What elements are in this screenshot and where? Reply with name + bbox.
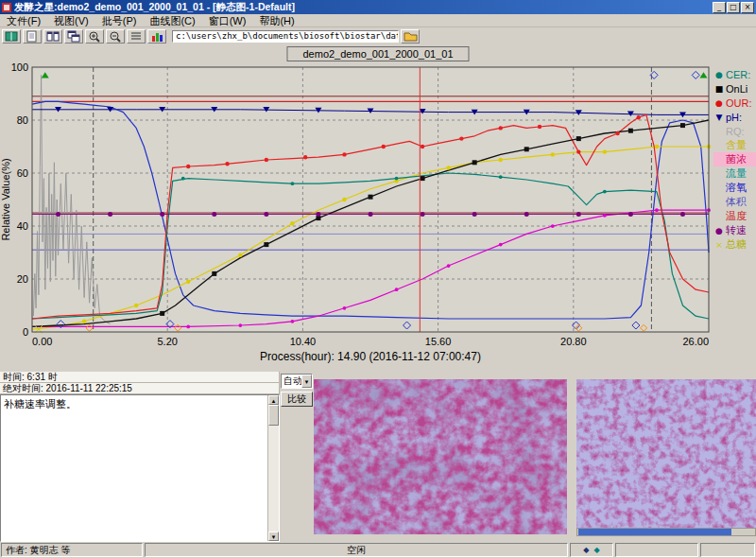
note-list[interactable]: 补糖速率调整。 ▲ ▼ (0, 394, 280, 542)
legend-marker-icon: × (714, 240, 724, 250)
chart-legend: ●CER:■OnLi●OUR:▼pH:RQ:含量菌浓流量溶氧体积温度●转速×总糖 (713, 67, 756, 252)
note-vscroll-thumb[interactable] (268, 405, 279, 426)
zoom-out-button[interactable] (106, 29, 125, 44)
menu-item-5[interactable]: 帮助(H) (252, 14, 301, 27)
note-vscrollbar[interactable]: ▲ ▼ (267, 395, 279, 541)
legend-label: OUR: (726, 97, 752, 109)
zoom-in-button[interactable] (85, 29, 104, 44)
legend-item-1[interactable]: ■OnLi (713, 81, 756, 96)
legend-label: 菌浓 (726, 152, 747, 166)
close-button[interactable]: × (741, 2, 754, 13)
legend-label: pH: (726, 112, 742, 123)
legend-label: 含量 (726, 138, 747, 152)
chart-button[interactable] (147, 29, 166, 44)
status-diamond-icon: ◆ (594, 547, 600, 554)
folder-open-icon (404, 30, 418, 42)
tile-windows-icon (46, 30, 60, 43)
svg-text:60: 60 (17, 167, 28, 179)
list-button[interactable] (127, 29, 146, 44)
menu-item-3[interactable]: 曲线图(C) (143, 14, 201, 27)
svg-text:Process(hour): 14.90 (2016-11-: Process(hour): 14.90 (2016-11-12 07:00:4… (260, 350, 481, 363)
legend-item-5[interactable]: 含量 (713, 138, 756, 152)
svg-text:15.60: 15.60 (425, 336, 452, 347)
legend-item-2[interactable]: ●OUR: (713, 96, 756, 110)
status-bar: 作者: 黄明志 等 空闲 ◆◆ (0, 542, 756, 558)
legend-marker-icon: ■ (714, 84, 724, 94)
microscope-image-1 (314, 379, 567, 534)
legend-item-10[interactable]: 温度 (713, 209, 756, 223)
svg-text:40: 40 (17, 220, 28, 232)
microscope-image-2 (576, 379, 756, 528)
legend-marker-icon: ● (714, 98, 724, 108)
app-icon[interactable] (2, 3, 11, 12)
cascade-windows-button[interactable] (64, 29, 83, 44)
book-button[interactable] (2, 29, 21, 44)
chart-icon (150, 30, 163, 43)
minimize-button[interactable]: _ (713, 2, 726, 13)
legend-item-7[interactable]: 流量 (713, 166, 756, 181)
svg-text:100: 100 (11, 63, 28, 73)
legend-label: CER: (726, 69, 750, 80)
svg-text:5.20: 5.20 (157, 336, 177, 347)
svg-text:26.00: 26.00 (682, 336, 709, 347)
legend-item-11[interactable]: ●转速 (713, 223, 756, 237)
legend-label: 温度 (726, 209, 747, 223)
scroll-down-icon[interactable]: ▼ (268, 532, 279, 541)
image-hscroll-thumb[interactable] (578, 529, 731, 535)
status-blank-1 (615, 543, 698, 557)
svg-text:Relative Value(%): Relative Value(%) (0, 158, 11, 240)
note-vscroll-track[interactable] (268, 405, 279, 532)
process-chart[interactable]: 0.005.2010.4015.6020.8026.00020406080100… (0, 63, 713, 370)
pane-divider[interactable] (567, 372, 576, 542)
compare-button[interactable]: 比较 (281, 392, 313, 407)
menu-item-2[interactable]: 批号(P) (95, 14, 144, 27)
file-path-input[interactable]: c:\users\zhx_b\documents\biosoft\biostar… (172, 30, 399, 43)
image-controls: 自动 ▼ 比较 (280, 372, 314, 542)
list-icon (129, 30, 143, 43)
svg-text:20.80: 20.80 (560, 336, 587, 347)
title-bar: 发酵之星:demo2_demo_001_2000_01_01 - [静态图-1-… (0, 0, 756, 14)
maximize-button[interactable]: □ (727, 2, 740, 13)
legend-label: OnLi (726, 83, 747, 95)
browse-button[interactable] (401, 29, 420, 44)
legend-label: 转速 (726, 223, 747, 237)
legend-label: 溶氧 (726, 181, 747, 195)
chevron-down-icon: ▼ (301, 375, 312, 388)
legend-item-3[interactable]: ▼pH: (713, 110, 756, 124)
scroll-up-icon[interactable]: ▲ (268, 395, 279, 405)
mode-select[interactable]: 自动 ▼ (281, 374, 313, 389)
bottom-panel: 时间: 6:31 时 绝对时间: 2016-11-11 22:25:15 补糖速… (0, 372, 756, 542)
cascade-windows-icon (67, 30, 80, 43)
page-button[interactable] (23, 29, 42, 44)
legend-item-12[interactable]: ×总糖 (713, 237, 756, 252)
absolute-time-label: 绝对时间: 2016-11-11 22:25:15 (0, 383, 280, 394)
svg-text:0.00: 0.00 (32, 336, 52, 347)
legend-item-4[interactable]: RQ: (713, 124, 756, 138)
chart-panel: demo2_demo_001_2000_01_01 0.005.2010.401… (0, 44, 756, 372)
legend-item-6[interactable]: 菌浓 (713, 152, 756, 166)
legend-label: RQ: (726, 126, 745, 137)
menu-item-4[interactable]: 窗口(W) (202, 14, 253, 27)
time-label: 时间: 6:31 时 (0, 372, 280, 383)
info-panel: 时间: 6:31 时 绝对时间: 2016-11-11 22:25:15 补糖速… (0, 372, 280, 542)
menu-bar: 文件(F)视图(V)批号(P)曲线图(C)窗口(W)帮助(H) (0, 14, 756, 27)
menu-item-0[interactable]: 文件(F) (0, 14, 47, 27)
zoom-in-icon (88, 30, 101, 43)
legend-item-0[interactable]: ●CER: (713, 67, 756, 81)
legend-item-9[interactable]: 体积 (713, 195, 756, 209)
status-diamond-icon: ◆ (583, 547, 589, 554)
microscope-pane-2 (576, 379, 756, 542)
mode-select-value: 自动 (282, 375, 301, 388)
status-icons: ◆◆ (570, 543, 613, 557)
tile-windows-button[interactable] (43, 29, 62, 44)
toolbar: c:\users\zhx_b\documents\biosoft\biostar… (0, 27, 756, 44)
menu-item-1[interactable]: 视图(V) (47, 14, 95, 27)
zoom-out-icon (109, 30, 122, 43)
chart-title: demo2_demo_001_2000_01_01 (286, 46, 469, 61)
legend-item-8[interactable]: 溶氧 (713, 181, 756, 195)
legend-label: 总糖 (726, 237, 747, 252)
image-hscrollbar[interactable] (576, 528, 756, 536)
svg-text:80: 80 (17, 114, 28, 126)
legend-label: 体积 (726, 195, 747, 209)
app-window: 发酵之星:demo2_demo_001_2000_01_01 - [静态图-1-… (0, 0, 756, 558)
